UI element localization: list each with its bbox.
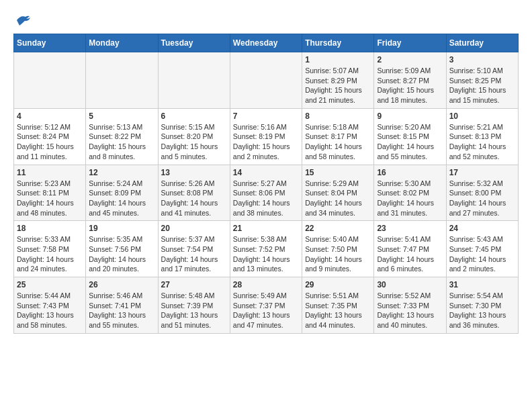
day-info: Sunrise: 5:35 AM Sunset: 7:56 PM Dayligh… — [89, 234, 154, 274]
calendar-day-19: 19Sunrise: 5:35 AM Sunset: 7:56 PM Dayli… — [86, 221, 158, 277]
calendar-week-row: 18Sunrise: 5:33 AM Sunset: 7:58 PM Dayli… — [14, 221, 519, 277]
day-number: 19 — [89, 224, 154, 233]
weekday-header-tuesday: Tuesday — [158, 34, 230, 52]
day-number: 20 — [161, 224, 227, 233]
day-info: Sunrise: 5:30 AM Sunset: 8:02 PM Dayligh… — [377, 179, 443, 218]
calendar-week-row: 4Sunrise: 5:12 AM Sunset: 8:24 PM Daylig… — [14, 108, 519, 165]
day-number: 5 — [89, 111, 154, 121]
day-info: Sunrise: 5:29 AM Sunset: 8:04 PM Dayligh… — [305, 179, 371, 218]
calendar-day-21: 21Sunrise: 5:38 AM Sunset: 7:52 PM Dayli… — [230, 221, 302, 277]
calendar-week-row: 11Sunrise: 5:23 AM Sunset: 8:11 PM Dayli… — [14, 165, 519, 221]
day-number: 4 — [17, 111, 83, 121]
calendar-empty-cell — [158, 52, 230, 109]
calendar-day-15: 15Sunrise: 5:29 AM Sunset: 8:04 PM Dayli… — [302, 165, 374, 221]
day-info: Sunrise: 5:48 AM Sunset: 7:39 PM Dayligh… — [161, 291, 227, 330]
weekday-header-sunday: Sunday — [14, 34, 86, 52]
calendar-table: SundayMondayTuesdayWednesdayThursdayFrid… — [13, 34, 519, 334]
weekday-header-saturday: Saturday — [446, 34, 518, 52]
day-number: 26 — [89, 280, 154, 289]
day-info: Sunrise: 5:21 AM Sunset: 8:13 PM Dayligh… — [449, 122, 515, 162]
day-number: 23 — [377, 224, 443, 233]
calendar-day-11: 11Sunrise: 5:23 AM Sunset: 8:11 PM Dayli… — [14, 165, 86, 221]
calendar-empty-cell — [230, 52, 302, 109]
calendar-day-20: 20Sunrise: 5:37 AM Sunset: 7:54 PM Dayli… — [158, 221, 230, 277]
calendar-day-12: 12Sunrise: 5:24 AM Sunset: 8:09 PM Dayli… — [86, 165, 158, 221]
day-info: Sunrise: 5:26 AM Sunset: 8:08 PM Dayligh… — [161, 179, 227, 218]
day-number: 12 — [89, 168, 154, 177]
logo-bird-icon — [15, 13, 30, 27]
calendar-day-18: 18Sunrise: 5:33 AM Sunset: 7:58 PM Dayli… — [14, 221, 86, 277]
calendar-day-25: 25Sunrise: 5:44 AM Sunset: 7:43 PM Dayli… — [14, 277, 86, 334]
calendar-day-7: 7Sunrise: 5:16 AM Sunset: 8:19 PM Daylig… — [230, 108, 302, 165]
day-info: Sunrise: 5:09 AM Sunset: 8:27 PM Dayligh… — [377, 66, 443, 105]
day-number: 22 — [305, 224, 371, 233]
page-header — [13, 13, 519, 27]
day-number: 31 — [449, 280, 515, 289]
day-number: 11 — [17, 168, 83, 177]
day-number: 2 — [377, 55, 443, 64]
calendar-day-8: 8Sunrise: 5:18 AM Sunset: 8:17 PM Daylig… — [302, 108, 374, 165]
calendar-day-26: 26Sunrise: 5:46 AM Sunset: 7:41 PM Dayli… — [86, 277, 158, 334]
calendar-day-24: 24Sunrise: 5:43 AM Sunset: 7:45 PM Dayli… — [446, 221, 518, 277]
day-number: 30 — [377, 280, 443, 289]
calendar-day-10: 10Sunrise: 5:21 AM Sunset: 8:13 PM Dayli… — [446, 108, 518, 165]
day-info: Sunrise: 5:16 AM Sunset: 8:19 PM Dayligh… — [233, 122, 299, 162]
day-info: Sunrise: 5:52 AM Sunset: 7:33 PM Dayligh… — [377, 291, 443, 330]
day-number: 25 — [17, 280, 83, 289]
calendar-empty-cell — [86, 52, 158, 109]
day-number: 7 — [233, 111, 299, 121]
day-number: 16 — [377, 168, 443, 177]
day-info: Sunrise: 5:13 AM Sunset: 8:22 PM Dayligh… — [89, 122, 154, 162]
day-info: Sunrise: 5:54 AM Sunset: 7:30 PM Dayligh… — [449, 291, 515, 330]
day-number: 18 — [17, 224, 83, 233]
day-number: 1 — [305, 55, 371, 64]
weekday-header-monday: Monday — [86, 34, 158, 52]
calendar-day-30: 30Sunrise: 5:52 AM Sunset: 7:33 PM Dayli… — [374, 277, 446, 334]
weekday-header-wednesday: Wednesday — [230, 34, 302, 52]
day-number: 13 — [161, 168, 227, 177]
calendar-day-14: 14Sunrise: 5:27 AM Sunset: 8:06 PM Dayli… — [230, 165, 302, 221]
calendar-day-1: 1Sunrise: 5:07 AM Sunset: 8:29 PM Daylig… — [302, 52, 374, 109]
day-number: 14 — [233, 168, 299, 177]
calendar-day-3: 3Sunrise: 5:10 AM Sunset: 8:25 PM Daylig… — [446, 52, 518, 109]
logo — [13, 13, 30, 27]
calendar-day-31: 31Sunrise: 5:54 AM Sunset: 7:30 PM Dayli… — [446, 277, 518, 334]
day-number: 27 — [161, 280, 227, 289]
calendar-day-5: 5Sunrise: 5:13 AM Sunset: 8:22 PM Daylig… — [86, 108, 158, 165]
day-number: 9 — [377, 111, 443, 121]
day-info: Sunrise: 5:41 AM Sunset: 7:47 PM Dayligh… — [377, 234, 443, 274]
weekday-header-row: SundayMondayTuesdayWednesdayThursdayFrid… — [14, 34, 519, 52]
day-number: 17 — [449, 168, 515, 177]
calendar-day-29: 29Sunrise: 5:51 AM Sunset: 7:35 PM Dayli… — [302, 277, 374, 334]
calendar-day-28: 28Sunrise: 5:49 AM Sunset: 7:37 PM Dayli… — [230, 277, 302, 334]
day-info: Sunrise: 5:43 AM Sunset: 7:45 PM Dayligh… — [449, 234, 515, 274]
calendar-day-4: 4Sunrise: 5:12 AM Sunset: 8:24 PM Daylig… — [14, 108, 86, 165]
day-info: Sunrise: 5:37 AM Sunset: 7:54 PM Dayligh… — [161, 234, 227, 274]
day-info: Sunrise: 5:23 AM Sunset: 8:11 PM Dayligh… — [17, 179, 83, 218]
calendar-day-27: 27Sunrise: 5:48 AM Sunset: 7:39 PM Dayli… — [158, 277, 230, 334]
day-number: 15 — [305, 168, 371, 177]
day-number: 8 — [305, 111, 371, 121]
calendar-day-16: 16Sunrise: 5:30 AM Sunset: 8:02 PM Dayli… — [374, 165, 446, 221]
weekday-header-friday: Friday — [374, 34, 446, 52]
calendar-day-6: 6Sunrise: 5:15 AM Sunset: 8:20 PM Daylig… — [158, 108, 230, 165]
calendar-day-23: 23Sunrise: 5:41 AM Sunset: 7:47 PM Dayli… — [374, 221, 446, 277]
calendar-day-2: 2Sunrise: 5:09 AM Sunset: 8:27 PM Daylig… — [374, 52, 446, 109]
day-number: 3 — [449, 55, 515, 64]
day-info: Sunrise: 5:44 AM Sunset: 7:43 PM Dayligh… — [17, 291, 83, 330]
day-info: Sunrise: 5:10 AM Sunset: 8:25 PM Dayligh… — [449, 66, 515, 105]
day-info: Sunrise: 5:12 AM Sunset: 8:24 PM Dayligh… — [17, 122, 83, 162]
day-info: Sunrise: 5:38 AM Sunset: 7:52 PM Dayligh… — [233, 234, 299, 274]
day-info: Sunrise: 5:51 AM Sunset: 7:35 PM Dayligh… — [305, 291, 371, 330]
day-info: Sunrise: 5:07 AM Sunset: 8:29 PM Dayligh… — [305, 66, 371, 105]
calendar-day-22: 22Sunrise: 5:40 AM Sunset: 7:50 PM Dayli… — [302, 221, 374, 277]
calendar-day-17: 17Sunrise: 5:32 AM Sunset: 8:00 PM Dayli… — [446, 165, 518, 221]
day-number: 24 — [449, 224, 515, 233]
weekday-header-thursday: Thursday — [302, 34, 374, 52]
day-info: Sunrise: 5:40 AM Sunset: 7:50 PM Dayligh… — [305, 234, 371, 274]
calendar-day-13: 13Sunrise: 5:26 AM Sunset: 8:08 PM Dayli… — [158, 165, 230, 221]
day-info: Sunrise: 5:46 AM Sunset: 7:41 PM Dayligh… — [89, 291, 154, 330]
day-number: 28 — [233, 280, 299, 289]
day-number: 6 — [161, 111, 227, 121]
calendar-week-row: 25Sunrise: 5:44 AM Sunset: 7:43 PM Dayli… — [14, 277, 519, 334]
